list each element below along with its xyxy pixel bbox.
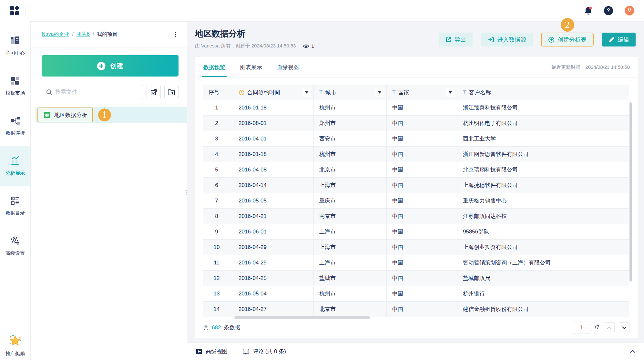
data-table: 序号 合同签约时间 [203,85,629,317]
table-cell-col2: 杭州市 [314,100,387,116]
export-button[interactable]: 导出 [439,33,473,46]
sidebar-item-template-market[interactable]: 模板市场 [0,66,30,106]
filter-dropdown-icon[interactable] [302,88,311,97]
table-cell-col3: 中国 [387,240,457,255]
column-header-sign-date: 合同签约时间 [233,85,314,100]
table-cell-col1: 2016-04-01 [233,131,314,147]
breadcrumb-separator: / [93,32,94,37]
search-files-input[interactable] [42,85,143,99]
table-row: 82016-04-21南京市中国江苏邮政同达科技 [203,209,629,224]
table-cell-col3: 中国 [387,224,457,240]
sidebar-item-analysis-display[interactable]: 分析展示 [0,146,30,186]
table-cell-col4: 杭州银行 [457,286,629,302]
user-avatar[interactable]: V [625,6,634,15]
table-cell-col1: 2016-04-14 [233,178,314,193]
table-row: 52016-04-08北京市中国北京瑞翔科技有限公司 [203,162,629,178]
learning-center-icon [10,36,20,47]
column-header-customer: T 客户名称 [457,85,629,100]
filter-dropdown-icon[interactable] [375,88,384,97]
content-card: 数据预览 图表展示 血缘视图 最近更新时间：2024/08/23 14:50:5… [195,57,638,338]
text-type-icon: T [392,89,396,96]
table-cell-col3: 中国 [387,302,457,317]
table-row: 142016-04-27北京市中国建信金融租赁股份有限公司 [203,302,629,317]
eye-icon [303,44,309,48]
table-cell-col0: 8 [203,209,233,224]
prev-page-button[interactable] [604,322,615,333]
search-input[interactable] [55,89,139,95]
tab-chart-display[interactable]: 图表展示 [240,57,262,77]
table-cell-col1: 2016-04-25 [233,271,314,286]
panel-resize-handle[interactable]: ⋮ [183,190,189,195]
table-cell-col4: 北京瑞翔科技有限公司 [457,162,629,178]
multi-select-button[interactable] [147,85,161,99]
new-folder-button[interactable] [164,85,179,99]
annotation-badge-1: 1 [98,108,111,121]
table-cell-col2: 盐城市 [314,271,387,286]
sidebar-item-learning-center[interactable]: 学习中心 [0,26,30,66]
table-cell-col3: 中国 [387,271,457,286]
folder-plus-icon [168,88,175,96]
table-cell-col2: 北京市 [314,302,387,317]
table-cell-col4: 建信金融租赁股份有限公司 [457,302,629,317]
table-cell-col0: 4 [203,147,233,162]
breadcrumb: Naya的企业 / 团队6 / 我的项目 [42,31,118,38]
main-content: 地区数据分析 由 Vanessa 所有，创建于 2024/08/23 14:50… [187,21,644,360]
table-cell-col1: 2016-05-04 [233,286,314,302]
topbar-divider [25,6,26,15]
column-header-city: T 城市 [314,85,387,100]
next-page-button[interactable] [619,322,630,333]
enter-datasource-label: 进入数据源 [497,36,526,44]
table-row: 12016-01-18杭州市中国浙江臻善科技有限公司 [203,100,629,116]
advanced-view-button[interactable]: 高级视图 [196,348,228,355]
file-list: 地区数据分析 1 [31,107,187,123]
table-cell-col0: 11 [203,255,233,271]
edit-button[interactable]: 编辑 [602,33,636,46]
template-market-icon [10,76,20,87]
table-footer: 共 682 条数据 /7 [195,317,638,338]
collapse-chevron-icon[interactable] [630,350,636,353]
data-catalog-icon [10,196,20,207]
sidebar-item-data-connection[interactable]: 数据连接 [0,106,30,146]
create-analysis-table-button[interactable]: 2 创建分析表 [541,33,594,46]
kebab-menu-icon[interactable]: ⋮ [172,31,179,38]
file-item-region-analysis[interactable]: 地区数据分析 [37,108,93,122]
comments-button[interactable]: 评论 (共 0 条) [242,348,286,355]
table-cell-col0: 12 [203,271,233,286]
table-cell-col4: 浙江臻善科技有限公司 [457,100,629,116]
filter-dropdown-icon[interactable] [446,88,455,97]
horizontal-scrollbar-thumb[interactable] [234,316,370,319]
sidebar-item-data-catalog[interactable]: 数据目录 [0,186,30,226]
table-cell-col4: 95856部队 [457,224,629,240]
tabs-row: 数据预览 图表展示 血缘视图 最近更新时间：2024/08/23 14:50:5… [195,57,638,77]
data-connection-icon [10,116,20,127]
file-row-selected[interactable]: 地区数据分析 1 [36,107,187,123]
help-icon[interactable]: ? [604,6,613,15]
sidebar-item-label: 模板市场 [5,90,25,96]
annotation-badge-2: 2 [561,18,574,32]
comment-bubble-icon [242,348,250,355]
tab-data-preview[interactable]: 数据预览 [203,57,225,77]
table-cell-col0: 2 [203,116,233,131]
breadcrumb-org-link[interactable]: Naya的企业 [42,31,69,38]
create-button[interactable]: 创建 [42,55,179,77]
notifications-bell-icon[interactable] [584,6,592,15]
tab-lineage-view[interactable]: 血缘视图 [277,57,299,77]
tab-label: 图表展示 [240,64,262,71]
table-cell-col2: 北京市 [314,162,387,178]
table-row: 72016-05-05重庆市中国重庆格力销售中心 [203,193,629,209]
table-cell-col2: 杭州市 [314,286,387,302]
breadcrumb-team-link[interactable]: 团队6 [77,31,90,38]
sidebar-item-promo-rewards[interactable]: 推广奖励 [0,334,30,357]
app-logo-icon[interactable] [10,5,20,16]
page-number-input[interactable] [573,322,590,334]
table-cell-col2: 重庆市 [314,193,387,209]
vertical-scrollbar-thumb[interactable] [629,102,632,282]
table-cell-col4: 上海创业投资有限公司 [457,240,629,255]
text-type-icon: T [463,89,466,96]
file-item-label: 地区数据分析 [54,111,87,119]
sidebar-item-advanced-settings[interactable]: 高级设置 [0,226,30,266]
enter-datasource-button[interactable]: 进入数据源 [481,33,533,46]
sidebar-item-label: 推广奖励 [5,351,25,357]
plus-circle-outline-icon [548,36,555,43]
create-button-label: 创建 [110,61,124,70]
